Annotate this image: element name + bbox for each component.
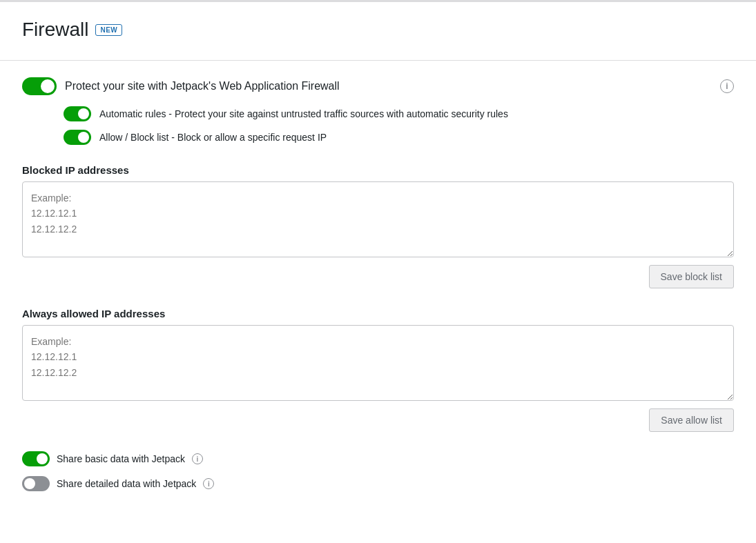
allowed-ips-label: Always allowed IP addresses xyxy=(22,308,734,319)
save-allow-list-button[interactable]: Save allow list xyxy=(649,408,734,432)
main-toggle-row: Protect your site with Jetpack's Web App… xyxy=(22,77,734,95)
automatic-rules-row: Automatic rules - Protect your site agai… xyxy=(64,106,734,121)
page-container: Firewall NEW Protect your site with Jetp… xyxy=(0,0,756,543)
share-detailed-slider xyxy=(22,476,50,491)
sub-options: Automatic rules - Protect your site agai… xyxy=(64,106,734,145)
allowed-ips-wrapper xyxy=(22,325,734,403)
blocked-ips-section: Blocked IP addresses Save block list xyxy=(22,164,734,288)
share-basic-label: Share basic data with Jetpack xyxy=(57,453,185,464)
blocked-ips-wrapper xyxy=(22,181,734,259)
share-basic-row: Share basic data with Jetpack i xyxy=(22,451,734,466)
header-divider xyxy=(0,60,756,61)
new-badge: NEW xyxy=(95,24,122,36)
share-basic-slider xyxy=(22,451,50,466)
share-basic-toggle[interactable] xyxy=(22,451,50,466)
share-detailed-row: Share detailed data with Jetpack i xyxy=(22,476,734,491)
blocked-ips-label: Blocked IP addresses xyxy=(22,164,734,176)
share-detailed-label: Share detailed data with Jetpack xyxy=(57,478,196,489)
share-detailed-info-icon[interactable]: i xyxy=(203,478,214,489)
allow-block-list-label: Allow / Block list - Block or allow a sp… xyxy=(99,132,327,143)
firewall-info-icon[interactable]: i xyxy=(720,79,734,93)
data-toggles: Share basic data with Jetpack i Share de… xyxy=(22,451,734,491)
allow-block-list-slider xyxy=(64,130,91,145)
automatic-rules-slider xyxy=(64,106,91,121)
share-basic-info-icon[interactable]: i xyxy=(192,453,203,464)
toggle-slider-main xyxy=(22,77,57,95)
allowed-ips-textarea[interactable] xyxy=(22,325,734,401)
blocked-ips-textarea[interactable] xyxy=(22,181,734,257)
automatic-rules-label: Automatic rules - Protect your site agai… xyxy=(99,108,508,119)
allow-block-list-row: Allow / Block list - Block or allow a sp… xyxy=(64,130,734,145)
allow-block-list-toggle[interactable] xyxy=(64,130,91,145)
page-title: Firewall xyxy=(22,19,88,41)
automatic-rules-toggle[interactable] xyxy=(64,106,91,121)
allowed-ips-section: Always allowed IP addresses Save allow l… xyxy=(22,308,734,432)
page-header: Firewall NEW xyxy=(22,19,734,41)
save-block-list-button[interactable]: Save block list xyxy=(649,265,734,288)
main-toggle-label: Protect your site with Jetpack's Web App… xyxy=(65,80,712,92)
share-detailed-toggle[interactable] xyxy=(22,476,50,491)
firewall-main-toggle[interactable] xyxy=(22,77,57,95)
